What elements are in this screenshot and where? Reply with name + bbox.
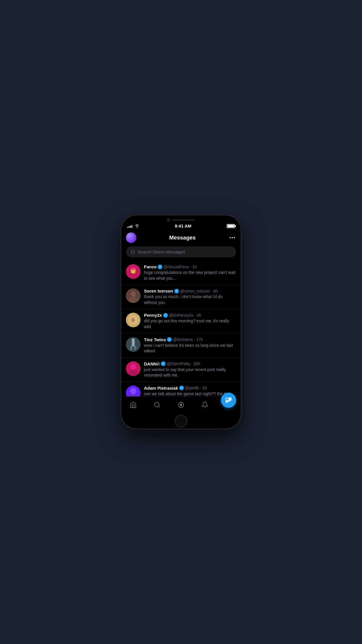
avatar: 👑 xyxy=(126,264,140,279)
message-item[interactable]: 👑 Fanzo ✓ @iSocialFanz · 1h huge congrat… xyxy=(121,261,241,285)
message-body: Soren Iverson ✓ @soren_iverson · 4h than… xyxy=(144,288,236,305)
battery-fill xyxy=(228,225,234,227)
svg-line-37 xyxy=(159,406,160,407)
nav-item-spaces[interactable] xyxy=(175,400,187,410)
message-header-row: Tinz Twins ✓ @tinztwins · 17h xyxy=(144,337,236,342)
nav-item-home[interactable] xyxy=(127,400,140,410)
sender-handle: @DannPetty · 20h xyxy=(167,361,200,366)
nav-item-notifications[interactable] xyxy=(198,400,211,410)
nav-item-search[interactable] xyxy=(151,400,164,410)
sender-handle: @pie6k · 2d xyxy=(185,386,207,390)
svg-point-36 xyxy=(154,402,159,407)
status-bar: 9:41 AM xyxy=(121,223,241,230)
svg-point-39 xyxy=(180,404,182,406)
message-header-row: Soren Iverson ✓ @soren_iverson · 4h xyxy=(144,288,236,293)
avatar xyxy=(126,361,140,376)
verified-badge: ✓ xyxy=(174,289,179,293)
home-indicator-area xyxy=(121,412,241,429)
home-button[interactable] xyxy=(175,415,187,428)
avatar-svg xyxy=(126,386,140,396)
verified-check-icon: ✓ xyxy=(164,314,167,317)
notifications-icon xyxy=(201,401,208,408)
sender-handle: @tinztwins · 17h xyxy=(173,337,203,342)
svg-point-0 xyxy=(131,250,134,253)
verified-check-icon: ✓ xyxy=(162,362,164,365)
avatar-svg xyxy=(126,288,140,303)
search-placeholder: Search Direct Messages xyxy=(138,249,185,254)
message-body: DANN© ✓ @DannPetty · 20h just wanted to … xyxy=(144,361,236,378)
sender-name: DANN© xyxy=(144,361,160,366)
verified-badge: ✓ xyxy=(163,313,168,318)
svg-point-17 xyxy=(130,364,136,370)
signal-bar-3 xyxy=(130,226,131,228)
message-header-row: Penny2x ✓ @imPenny2x · 4h xyxy=(144,313,236,318)
messages-list: 👑 Fanzo ✓ @iSocialFanz · 1h huge congrat… xyxy=(121,261,241,396)
message-body: Tinz Twins ✓ @tinztwins · 17h wow i can'… xyxy=(144,337,236,354)
svg-line-1 xyxy=(134,253,135,254)
message-item[interactable]: Tinz Twins ✓ @tinztwins · 17h wow i can'… xyxy=(121,334,241,358)
sender-name: Fanzo xyxy=(144,264,157,269)
sender-name: Tinz Twins xyxy=(144,337,166,342)
status-left xyxy=(127,224,139,228)
svg-point-6 xyxy=(131,291,136,297)
signal-bar-1 xyxy=(127,227,128,228)
avatar xyxy=(126,337,140,352)
sender-handle: @imPenny2x · 4h xyxy=(169,313,201,318)
dot-1 xyxy=(230,237,231,238)
dot-3 xyxy=(234,237,235,238)
message-body: Fanzo ✓ @iSocialFanz · 1h huge congratul… xyxy=(144,264,236,281)
message-body: Adam Pietrasiak ✓ @pie6k · 2d can we tal… xyxy=(144,386,236,396)
verified-badge: ✓ xyxy=(167,337,172,342)
verified-badge: ✓ xyxy=(179,386,184,390)
search-nav-icon xyxy=(154,401,161,408)
sender-name: Soren Iverson xyxy=(144,288,173,293)
message-item[interactable]: Soren Iverson ✓ @soren_iverson · 4h than… xyxy=(121,285,241,309)
avatar-svg xyxy=(126,361,140,376)
signal-bars xyxy=(127,224,132,228)
dot-2 xyxy=(232,237,233,238)
svg-point-18 xyxy=(129,370,138,376)
message-item[interactable]: Adam Pietrasiak ✓ @pie6k · 2d can we tal… xyxy=(121,382,241,396)
compose-icon xyxy=(225,397,232,403)
avatar xyxy=(126,386,140,396)
front-camera xyxy=(167,218,170,222)
avatar xyxy=(126,288,140,303)
search-bar-wrapper: Search Direct Messages xyxy=(121,245,241,261)
avatar-svg xyxy=(126,337,140,352)
svg-text:¢: ¢ xyxy=(131,317,135,323)
verified-check-icon: ✓ xyxy=(175,290,178,293)
new-message-fab[interactable] xyxy=(221,393,236,408)
avatar-svg: 👑 xyxy=(126,264,140,279)
message-preview: thank you so much. i don't know what i'd… xyxy=(144,294,236,305)
speaker xyxy=(172,219,195,221)
svg-point-20 xyxy=(130,388,136,394)
app-content: Messages Search Direct Messages xyxy=(121,230,241,429)
svg-point-7 xyxy=(129,297,138,302)
verified-check-icon: ✓ xyxy=(168,338,171,341)
message-preview: wow i can't believe it's been so long si… xyxy=(144,343,236,354)
sender-name: Penny2x xyxy=(144,313,162,318)
page-title: Messages xyxy=(169,235,196,241)
svg-point-14 xyxy=(130,346,132,350)
avatar: ¢ xyxy=(126,313,140,327)
verified-badge: ✓ xyxy=(158,265,162,269)
svg-point-15 xyxy=(134,346,136,350)
message-item[interactable]: DANN© ✓ @DannPetty · 20h just wanted to … xyxy=(121,358,241,382)
search-icon xyxy=(131,250,135,254)
verified-badge: ✓ xyxy=(161,361,166,366)
more-options-button[interactable] xyxy=(229,236,236,239)
verified-check-icon: ✓ xyxy=(159,265,161,268)
message-preview: huge congratulations on the new project!… xyxy=(144,270,236,281)
signal-bar-2 xyxy=(129,226,129,228)
spaces-icon xyxy=(178,401,184,408)
message-item[interactable]: ¢ Penny2x ✓ @imPenny2x · 4h did you go o… xyxy=(121,309,241,333)
battery-icon xyxy=(227,224,235,228)
search-bar[interactable]: Search Direct Messages xyxy=(126,246,236,257)
message-preview: did you go out this morning? trust me, i… xyxy=(144,318,236,330)
home-icon xyxy=(130,401,137,408)
svg-rect-12 xyxy=(132,339,135,347)
message-header-row: Fanzo ✓ @iSocialFanz · 1h xyxy=(144,264,236,269)
user-avatar[interactable] xyxy=(126,232,136,243)
signal-bar-4 xyxy=(131,225,132,228)
avatar-image xyxy=(126,232,136,243)
